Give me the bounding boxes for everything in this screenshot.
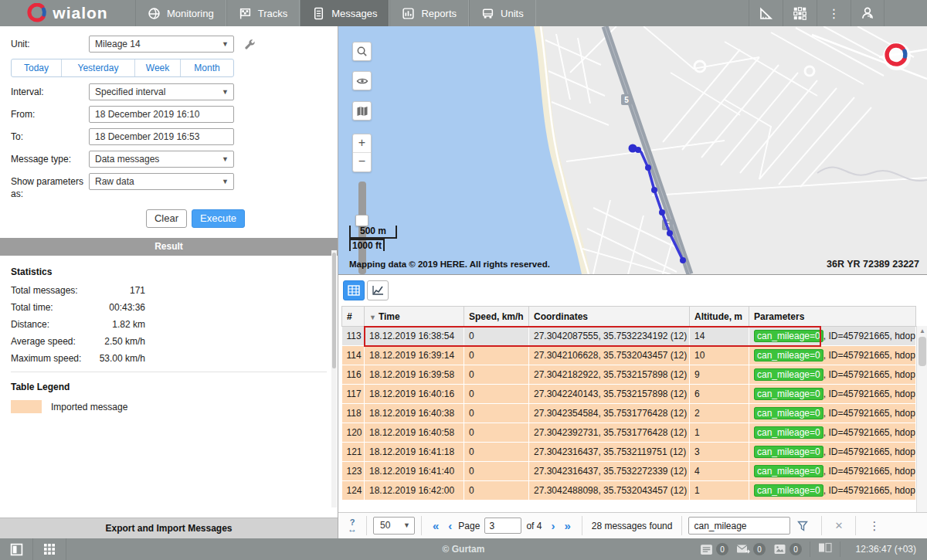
clear-button[interactable]: Clear bbox=[146, 209, 187, 228]
divider bbox=[840, 541, 840, 557]
table-row[interactable]: 117 18.12.2019 16:40:16 0 27.3042240143,… bbox=[342, 385, 916, 404]
unit-properties-wrench-icon[interactable] bbox=[243, 38, 256, 53]
table-row[interactable]: 114 18.12.2019 16:39:14 0 27.3042106628,… bbox=[342, 346, 916, 365]
page-number-input[interactable] bbox=[484, 518, 521, 534]
tab-tracks[interactable]: Tracks bbox=[226, 0, 301, 26]
page-size-select[interactable]: 50 ▼ bbox=[373, 517, 415, 535]
cell-speed: 0 bbox=[464, 327, 529, 346]
clear-filter-icon[interactable]: ✕ bbox=[828, 520, 849, 531]
interval-yesterday-button[interactable]: Yesterday bbox=[62, 59, 135, 76]
to-datetime-input[interactable]: 18 December 2019 16:53 bbox=[89, 128, 234, 145]
map-canvas[interactable]: 5 5 bbox=[338, 26, 927, 274]
cell-altitude: 14 bbox=[690, 327, 749, 346]
more-options-kebab-icon[interactable]: ⋮ bbox=[817, 0, 851, 26]
execute-button[interactable]: Execute bbox=[192, 209, 245, 228]
chart-view-button[interactable] bbox=[367, 280, 389, 300]
parameter-badge: can_mileage=0 bbox=[754, 407, 823, 419]
unit-label: Unit: bbox=[11, 36, 89, 49]
cell-coordinates: 27.3042354584, 35.7531776428 (12) bbox=[529, 404, 690, 423]
col-time[interactable]: ▼Time bbox=[365, 307, 464, 327]
bottom-apps-grid-icon[interactable] bbox=[33, 538, 66, 560]
tab-reports[interactable]: Reports bbox=[389, 0, 469, 26]
toggle-left-panel-icon[interactable] bbox=[0, 538, 33, 560]
log-counter[interactable]: 0 bbox=[700, 543, 728, 555]
divider bbox=[421, 516, 422, 535]
col-number[interactable]: # bbox=[342, 307, 365, 327]
media-counter[interactable]: 0 bbox=[773, 543, 802, 555]
zoom-slider-handle[interactable] bbox=[355, 215, 368, 226]
next-page-button[interactable]: › bbox=[546, 519, 559, 532]
parameter-filter-input[interactable] bbox=[688, 517, 790, 535]
measure-ruler-icon[interactable] bbox=[749, 0, 783, 26]
vertical-scrollbar-thumb[interactable] bbox=[919, 337, 926, 366]
wialon-logo[interactable]: wialon bbox=[0, 0, 135, 26]
map-grid-coordinates: 36R YR 72389 23227 bbox=[827, 259, 919, 270]
log-icon bbox=[700, 544, 713, 555]
topbar-tools: ⋮ bbox=[749, 0, 885, 26]
table-row[interactable]: 118 18.12.2019 16:40:38 0 27.3042354584,… bbox=[342, 404, 916, 423]
table-view-button[interactable] bbox=[343, 280, 365, 300]
toolbar-more-kebab-icon[interactable]: ⋮ bbox=[862, 519, 886, 533]
table-row[interactable]: 124 18.12.2019 16:42:00 0 27.3042488098,… bbox=[342, 481, 916, 501]
table-row[interactable]: 123 18.12.2019 16:41:40 0 27.3042316437,… bbox=[342, 462, 916, 481]
table-vertical-scrollbar[interactable]: ▲ ▼ bbox=[916, 326, 927, 521]
interval-week-button[interactable]: Week bbox=[135, 59, 181, 76]
jump-to-message-icon[interactable]: ?↔ bbox=[345, 519, 360, 533]
message-type-value: Data messages bbox=[95, 154, 159, 165]
stat-value: 1.82 km bbox=[97, 319, 145, 330]
parameter-tail: , ID=457921665, hdop=1 bbox=[823, 408, 916, 419]
wialon-logo-text: wialon bbox=[53, 4, 107, 22]
from-datetime-input[interactable]: 18 December 2019 16:10 bbox=[89, 106, 234, 123]
stat-value: 171 bbox=[97, 285, 145, 296]
message-type-select[interactable]: Data messages ▼ bbox=[89, 151, 234, 168]
prev-page-button[interactable]: ‹ bbox=[443, 519, 457, 532]
map-search-button[interactable] bbox=[352, 42, 372, 61]
first-page-button[interactable]: « bbox=[428, 519, 443, 532]
zoom-in-button[interactable]: + bbox=[353, 134, 371, 153]
show-parameters-value: Raw data bbox=[95, 176, 134, 187]
apps-grid-icon[interactable] bbox=[783, 0, 817, 26]
map-zoom-controls: + − bbox=[352, 134, 372, 172]
sidebar-scrollbar[interactable] bbox=[331, 250, 337, 507]
notifications-counter[interactable]: 0 bbox=[736, 543, 766, 555]
user-logout-icon[interactable] bbox=[851, 0, 885, 26]
table-row[interactable]: 120 18.12.2019 16:40:58 0 27.3042392731,… bbox=[342, 423, 916, 443]
col-altitude[interactable]: Altitude, m bbox=[690, 307, 749, 327]
show-parameters-select[interactable]: Raw data ▼ bbox=[89, 173, 234, 190]
cell-coordinates: 27.3042182922, 35.7532157898 (12) bbox=[529, 365, 690, 385]
stat-value: 2.50 km/h bbox=[97, 336, 145, 347]
wialon-app: wialon Monitoring Tracks bbox=[0, 0, 927, 560]
interval-today-button[interactable]: Today bbox=[12, 59, 62, 76]
zoom-out-button[interactable]: − bbox=[353, 153, 371, 171]
table-row[interactable]: 113 18.12.2019 16:38:54 0 27.3042087555,… bbox=[342, 327, 916, 346]
cell-time: 18.12.2019 16:42:00 bbox=[365, 481, 464, 501]
map-layers-button[interactable] bbox=[352, 101, 372, 120]
col-coordinates[interactable]: Coordinates bbox=[529, 307, 690, 327]
unit-select[interactable]: Mileage 14 ▼ bbox=[89, 36, 234, 53]
apply-filter-funnel-icon[interactable] bbox=[790, 520, 815, 532]
top-navigation-bar: wialon Monitoring Tracks bbox=[0, 0, 927, 26]
layout-switcher-icon[interactable] bbox=[818, 542, 832, 556]
col-parameters[interactable]: Parameters bbox=[749, 307, 916, 327]
map-view[interactable]: 5 5 bbox=[338, 26, 927, 274]
table-row[interactable]: 121 18.12.2019 16:41:18 0 27.3042316437,… bbox=[342, 443, 916, 462]
tab-units[interactable]: Units bbox=[469, 0, 536, 26]
messages-table: # ▼Time Speed, km/h Coordinates Altitude… bbox=[341, 306, 916, 501]
stat-value: 00:43:36 bbox=[97, 302, 145, 313]
tab-monitoring[interactable]: Monitoring bbox=[135, 0, 226, 26]
export-import-messages-bar[interactable]: Export and Import Messages bbox=[0, 518, 338, 538]
sidebar-scrollbar-thumb[interactable] bbox=[332, 253, 336, 368]
globe-icon bbox=[148, 7, 161, 20]
interval-select[interactable]: Specified interval ▼ bbox=[89, 83, 234, 100]
eye-icon bbox=[356, 75, 368, 87]
interval-month-button[interactable]: Month bbox=[181, 59, 233, 76]
last-page-button[interactable]: » bbox=[559, 519, 575, 532]
col-speed[interactable]: Speed, km/h bbox=[464, 307, 529, 327]
cell-parameters: can_mileage=0, ID=457921665, hdop=1 bbox=[749, 443, 916, 462]
table-row[interactable]: 116 18.12.2019 16:39:58 0 27.3042182922,… bbox=[342, 365, 916, 385]
tab-messages[interactable]: Messages bbox=[300, 0, 389, 26]
scroll-up-arrow-icon[interactable]: ▲ bbox=[919, 328, 925, 334]
map-visibility-button[interactable] bbox=[352, 71, 372, 90]
cell-number: 116 bbox=[342, 365, 365, 385]
divider bbox=[366, 516, 367, 535]
